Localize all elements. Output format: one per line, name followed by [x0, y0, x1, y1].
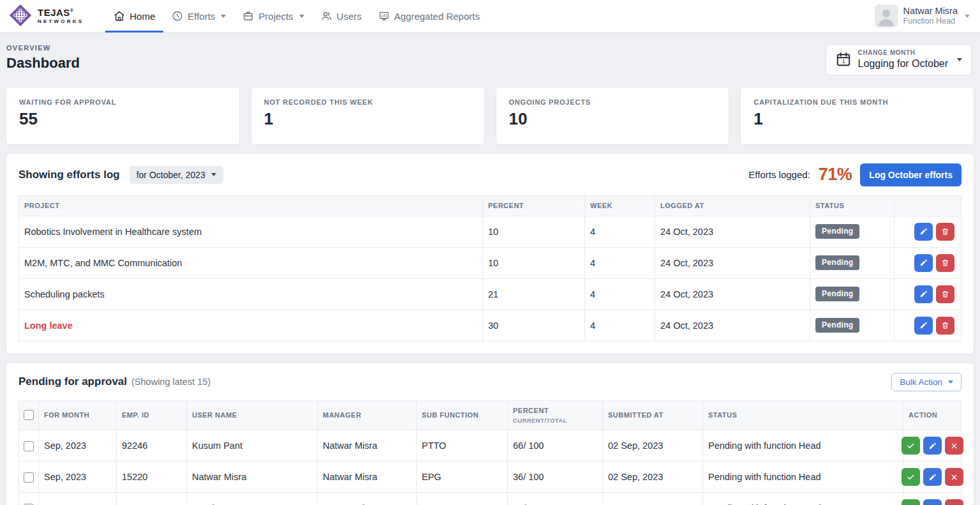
nav-item-aggregated-reports[interactable]: Aggregated Reports: [370, 0, 488, 32]
cell-project: Scheduling packets: [19, 278, 483, 310]
users-icon: [321, 10, 332, 22]
monitor-icon: [378, 10, 390, 22]
bulk-action-label: Bulk Action: [900, 377, 942, 387]
cell-emp-id: 92246: [117, 430, 187, 462]
x-icon: [950, 473, 958, 481]
trash-icon: [941, 321, 949, 329]
col-user-name: USER NAME: [187, 400, 318, 430]
edit-pencil-icon: [928, 473, 937, 481]
cell-actions: [895, 247, 961, 278]
chevron-down-icon: [211, 173, 216, 176]
stat-value: 1: [264, 109, 471, 129]
nav-item-efforts[interactable]: Efforts: [163, 0, 234, 32]
cell-actions: [903, 430, 961, 462]
reject-button[interactable]: [945, 499, 963, 505]
user-menu[interactable]: Natwar Misra Function Head: [872, 0, 972, 32]
brand-logo[interactable]: TEJAS® NETWORKS: [6, 0, 90, 32]
chevron-down-icon: [957, 58, 962, 61]
trash-icon: [941, 227, 949, 236]
col-submitted-at: SUBMITTED AT: [603, 400, 703, 430]
change-month-value: Logging for October: [858, 57, 948, 70]
chevron-down-icon: [965, 15, 970, 18]
nav-label: Home: [130, 11, 155, 22]
col-sub-function: SUB FUNCTION: [417, 400, 508, 430]
home-icon: [114, 10, 125, 22]
calendar-icon: 1: [835, 51, 852, 68]
cell-status: Pending with function Head: [703, 462, 903, 493]
edit-button[interactable]: [914, 317, 933, 335]
brand-subtitle: NETWORKS: [38, 19, 84, 24]
cell-status: Pending: [810, 216, 895, 247]
col-action: ACTION: [903, 400, 961, 430]
cell-week: 4: [585, 216, 655, 247]
col-actions: [895, 195, 961, 216]
edit-button[interactable]: [923, 499, 942, 505]
change-month-button[interactable]: 1 CHANGE MONTH Logging for October: [826, 44, 972, 75]
cell-select: [19, 493, 39, 505]
col-percent-sub: CURRENT/TOTAL: [513, 417, 597, 424]
nav-item-projects[interactable]: Projects: [234, 0, 312, 32]
user-name: Natwar Misra: [903, 6, 958, 17]
reject-button[interactable]: [945, 437, 963, 455]
status-badge: Pending: [815, 318, 859, 333]
edit-button[interactable]: [914, 254, 933, 272]
status-badge: Pending: [815, 255, 859, 270]
cell-status: Pending: [810, 278, 895, 310]
x-icon: [950, 442, 958, 450]
month-filter-dropdown[interactable]: for October, 2023: [130, 166, 223, 184]
stat-card-not-recorded: NOT RECORDED THIS WEEK 1: [251, 87, 485, 145]
efforts-logged-percent: 71%: [819, 165, 852, 185]
cell-project: M2M, MTC, and MMC Communication: [19, 247, 483, 278]
pending-approval-title: Pending for approval: [19, 375, 127, 388]
edit-button[interactable]: [923, 468, 942, 486]
col-emp-id: EMP. ID: [117, 400, 187, 430]
approve-button[interactable]: [902, 437, 920, 455]
stat-value: 55: [19, 109, 226, 129]
col-week: WEEK: [585, 195, 655, 216]
cell-percent: 21: [483, 278, 585, 310]
edit-pencil-icon: [919, 290, 928, 298]
edit-pencil-icon: [919, 259, 928, 267]
avatar: [875, 4, 898, 27]
stat-card-capitalization-due: CAPITALIZATION DUE THIS MONTH 1: [740, 87, 974, 145]
edit-button[interactable]: [914, 285, 933, 303]
cell-project: Robotics Involvement in Healthcare syste…: [19, 216, 483, 247]
pending-approval-table: FOR MONTH EMP. ID USER NAME MANAGER SUB …: [19, 400, 961, 505]
edit-button[interactable]: [923, 437, 942, 455]
edit-pencil-icon: [919, 321, 928, 329]
edit-button[interactable]: [914, 223, 933, 241]
log-october-efforts-button[interactable]: Log October efforts: [860, 163, 961, 186]
edit-pencil-icon: [928, 442, 937, 450]
row-checkbox[interactable]: [24, 472, 34, 483]
select-all-checkbox[interactable]: [24, 410, 34, 420]
stat-value: 10: [509, 109, 716, 129]
delete-button[interactable]: [936, 317, 954, 335]
cell-select: [19, 462, 39, 493]
delete-button[interactable]: [936, 223, 954, 241]
row-checkbox[interactable]: [24, 441, 34, 451]
nav-label: Projects: [258, 11, 293, 22]
cell-percent: 66/ 100: [508, 430, 603, 462]
approve-button[interactable]: [902, 468, 920, 486]
table-row: Long leave 30 4 24 Oct, 2023 Pending: [19, 310, 961, 341]
cell-project: Long leave: [19, 310, 483, 341]
delete-button[interactable]: [936, 254, 954, 272]
cell-sub-function: EPG: [417, 462, 508, 493]
pending-approval-subtitle: (Showing latest 15): [131, 377, 211, 387]
col-project: PROJECT: [19, 195, 483, 216]
cell-manager: Natwar Misra: [318, 493, 417, 505]
stats-row: WAITING FOR APPROVAL 55 NOT RECORDED THI…: [6, 87, 974, 145]
cell-select: [19, 430, 39, 462]
cell-logged-at: 24 Oct, 2023: [655, 247, 810, 278]
delete-button[interactable]: [936, 285, 954, 303]
cell-actions: [895, 278, 961, 310]
stat-card-waiting-approval: WAITING FOR APPROVAL 55: [6, 87, 240, 145]
approve-button[interactable]: [902, 499, 920, 505]
nav-item-users[interactable]: Users: [313, 0, 370, 32]
bulk-action-button[interactable]: Bulk Action: [891, 373, 961, 391]
nav-item-home[interactable]: Home: [105, 0, 163, 32]
check-icon: [907, 473, 915, 481]
cell-manager: Natwar Misra: [318, 462, 417, 493]
reject-button[interactable]: [945, 468, 963, 486]
page-overline: OVERVIEW: [6, 44, 80, 52]
